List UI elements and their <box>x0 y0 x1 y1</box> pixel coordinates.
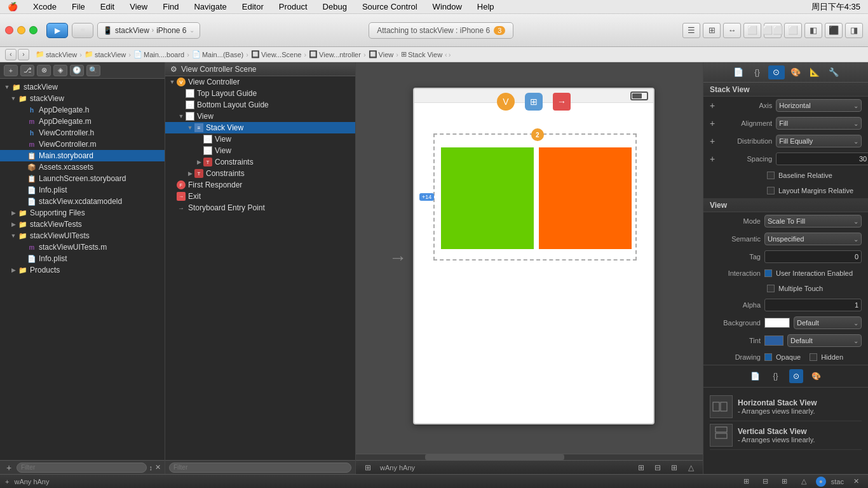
menu-view[interactable]: View <box>127 2 150 11</box>
tree-item-launchscreen[interactable]: 📋 LaunchScreen.storyboard <box>0 173 165 184</box>
tree-item-viewcontroller-h[interactable]: h ViewController.h <box>0 127 165 139</box>
sidebar-add-btn[interactable]: + <box>4 65 18 76</box>
outline-toggle-constraints2[interactable]: ▶ <box>186 170 194 177</box>
breadcrumb-item-3[interactable]: 📄 Main...(Base) <box>191 50 245 58</box>
tint-select[interactable]: Default ⌄ <box>787 334 862 347</box>
standard-editor[interactable]: ⬜ <box>743 23 761 38</box>
canvas-content[interactable]: 2 +14 V ⊞ → → <box>356 62 703 454</box>
run-button[interactable]: ▶ <box>46 23 68 38</box>
tree-item-tests[interactable]: ▶ 📁 stackViewTests <box>0 219 165 230</box>
baseline-checkbox[interactable] <box>767 172 775 179</box>
mode-select[interactable]: Scale To Fill ⌄ <box>764 215 862 227</box>
tree-item-datamodel[interactable]: 📄 stackView.xcdatamodeld <box>0 196 165 207</box>
tree-toggle-stackview[interactable]: ▼ <box>9 95 18 102</box>
sidebar-vcs-btn[interactable]: ⎇ <box>20 65 34 76</box>
menu-source-control[interactable]: Source Control <box>360 2 420 11</box>
sidebar-search-btn[interactable]: 🔍 <box>86 65 100 76</box>
tree-item-appdelegate-m[interactable]: m AppDelegate.m <box>0 116 165 127</box>
canvas-pin-btn[interactable]: ⊞ <box>667 462 681 473</box>
tree-item-viewcontroller-m[interactable]: m ViewController.m <box>0 139 165 150</box>
outline-item-top-layout[interactable]: ▭ Top Layout Guide <box>165 88 355 99</box>
outline-item-stackview[interactable]: ▼ ≡ Stack View <box>165 122 355 133</box>
breadcrumb-item-2[interactable]: 📄 Main....board <box>132 50 186 58</box>
outline-filter-input[interactable] <box>169 463 351 473</box>
alignment-plus-icon[interactable]: + <box>710 118 715 128</box>
background-swatch[interactable] <box>764 318 790 328</box>
canvas-grid-btn[interactable]: ⊞ <box>634 462 648 473</box>
outline-item-vc[interactable]: ▼ V View Controller <box>165 76 355 88</box>
outline-item-view2[interactable]: ▭ View <box>165 145 355 156</box>
bottom-show-inspector[interactable]: ⊞ <box>740 477 754 487</box>
quick-tab-attr[interactable]: 🎨 <box>810 369 824 383</box>
menu-navigate[interactable]: Navigate <box>191 2 229 11</box>
tree-item-infoplist[interactable]: 📄 Info.plist <box>0 184 165 196</box>
spacing-input[interactable] <box>776 152 868 165</box>
breadcrumb-toggle[interactable]: ⊞ <box>703 23 721 38</box>
sidebar-filter-input[interactable] <box>17 463 147 473</box>
outline-toggle-constraints1[interactable]: ▶ <box>194 159 203 165</box>
tree-toggle-products[interactable]: ▶ <box>9 267 18 273</box>
close-button[interactable] <box>5 26 13 34</box>
outline-item-view[interactable]: ▼ ▭ View <box>165 111 355 122</box>
menu-help[interactable]: Help <box>475 2 497 11</box>
tag-input[interactable] <box>764 250 862 263</box>
outline-item-bottom-layout[interactable]: ▭ Bottom Layout Guide <box>165 99 355 111</box>
navigator-toggle[interactable]: ☰ <box>682 23 700 38</box>
breadcrumb-forward[interactable]: › <box>18 49 29 60</box>
outline-item-first-responder[interactable]: F First Responder <box>165 179 355 191</box>
tree-item-uitests-m[interactable]: m stackViewUITests.m <box>0 241 165 253</box>
menu-find[interactable]: Find <box>160 2 181 11</box>
outline-toggle-view[interactable]: ▼ <box>177 113 186 119</box>
stop-button[interactable]: ■ <box>72 23 93 38</box>
inspector-tab-quick[interactable]: {} <box>749 65 766 79</box>
breadcrumb-item-6[interactable]: 🔲 View <box>367 50 395 58</box>
canvas-scrollbar-thumb[interactable] <box>425 454 564 460</box>
outline-toggle-vc[interactable]: ▼ <box>168 79 177 85</box>
alpha-input[interactable] <box>764 299 862 311</box>
semantic-select[interactable]: Unspecified ⌄ <box>764 233 862 245</box>
canvas-layout-btn[interactable]: ⊞ <box>361 462 375 473</box>
bottom-plus[interactable]: + <box>5 478 9 485</box>
bottom-resolve-btn[interactable]: △ <box>797 477 811 487</box>
inspector-tab-connections[interactable]: 🔧 <box>825 65 842 79</box>
jump-bar-toggle[interactable]: ↔ <box>723 23 741 38</box>
multiple-touch-checkbox[interactable] <box>767 285 775 292</box>
bottom-layout-btn[interactable]: ⊟ <box>759 477 773 487</box>
tree-item-supporting-files[interactable]: ▶ 📁 Supporting Files <box>0 207 165 219</box>
scheme-selector[interactable]: 📱 stackView › iPhone 6 ⌄ <box>97 22 200 39</box>
sidebar-plus-button[interactable]: + <box>4 463 14 473</box>
quick-tab-code[interactable]: {} <box>769 369 783 383</box>
tree-item-root[interactable]: ▼ 📁 stackView <box>0 81 165 93</box>
hide-navigator[interactable]: ◧ <box>804 23 822 38</box>
maximize-button[interactable] <box>29 26 37 34</box>
distribution-select[interactable]: Fill Equally ⌄ <box>776 135 862 147</box>
tree-toggle-tests[interactable]: ▶ <box>9 221 18 227</box>
outline-gear-icon[interactable]: ⚙ <box>170 65 177 74</box>
sidebar-filter-sort-icon[interactable]: ↕ <box>149 464 153 471</box>
tree-item-assets[interactable]: 📦 Assets.xcassets <box>0 161 165 173</box>
alignment-select[interactable]: Fill ⌄ <box>776 117 862 130</box>
sidebar-filter-clear-icon[interactable]: ✕ <box>155 463 161 471</box>
inspector-tab-size[interactable]: 📐 <box>806 65 823 79</box>
assistant-editor[interactable]: ⬜⬜ <box>764 23 782 38</box>
hidden-checkbox[interactable] <box>810 353 817 361</box>
user-interaction-checkbox[interactable] <box>764 269 772 277</box>
distribution-plus-icon[interactable]: + <box>710 136 715 146</box>
apple-menu[interactable]: 🍎 <box>5 2 20 11</box>
version-editor[interactable]: ⬜ <box>784 23 802 38</box>
breadcrumb-item-5[interactable]: 🔲 View...ntroller <box>308 50 362 58</box>
sidebar-filter-btn[interactable]: ⊗ <box>37 65 51 76</box>
minimize-button[interactable] <box>17 26 25 34</box>
outline-item-constraints2[interactable]: ▶ T Constraints <box>165 168 355 179</box>
sidebar-hierarchy-btn[interactable]: ◈ <box>53 65 67 76</box>
quick-tab-active[interactable]: ⊙ <box>789 369 803 383</box>
hide-debug[interactable]: ⬛ <box>825 23 843 38</box>
axis-plus-icon[interactable]: + <box>710 100 715 111</box>
tree-item-stackview-group[interactable]: ▼ 📁 stackView <box>0 93 165 104</box>
breadcrumb-back[interactable]: ‹ <box>5 49 17 60</box>
outline-item-entry-point[interactable]: → Storyboard Entry Point <box>165 202 355 214</box>
outline-toggle-stackview[interactable]: ▼ <box>186 125 194 131</box>
canvas-snap-btn[interactable]: ⊟ <box>651 462 665 473</box>
tree-item-main-storyboard[interactable]: 📋 Main.storyboard <box>0 150 165 161</box>
bottom-adjust-btn[interactable]: ⊞ <box>778 477 792 487</box>
